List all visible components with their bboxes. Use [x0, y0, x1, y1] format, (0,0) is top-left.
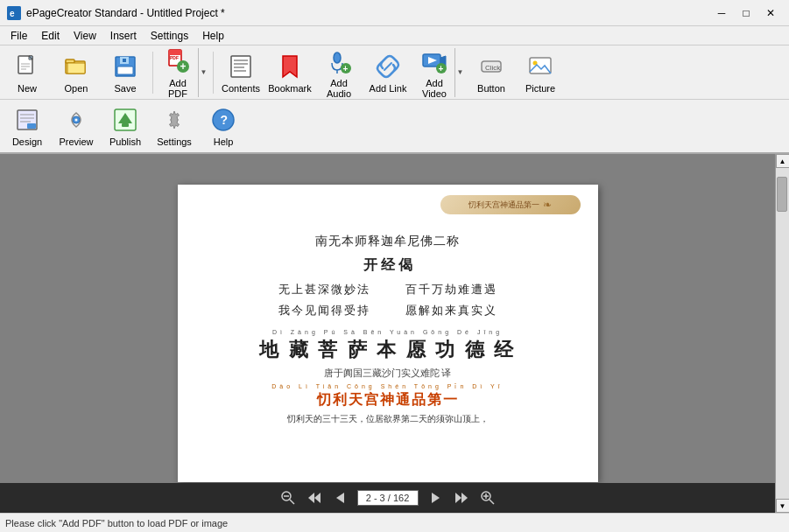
save-button[interactable]: Save [102, 47, 149, 98]
svg-rect-37 [530, 58, 551, 74]
svg-rect-44 [27, 123, 36, 129]
minimize-button[interactable]: ─ [710, 4, 733, 22]
open-label: Open [65, 83, 88, 94]
zoom-in-button[interactable] [478, 488, 497, 508]
svg-rect-13 [123, 59, 126, 62]
contents-icon [227, 52, 255, 80]
publish-label: Publish [109, 136, 141, 147]
preview-button[interactable]: Preview [53, 101, 100, 151]
svg-text:+: + [439, 64, 444, 74]
menu-help[interactable]: Help [195, 28, 231, 44]
menu-settings[interactable]: Settings [144, 28, 195, 44]
skip-back-button[interactable] [305, 488, 324, 508]
save-icon [111, 52, 139, 80]
publish-button[interactable]: Publish [102, 101, 149, 151]
settings-label: Settings [157, 136, 192, 147]
menu-insert[interactable]: Insert [103, 28, 144, 44]
bookmark-icon [276, 52, 304, 80]
titlebar: e ePageCreator Standard - Untitled Proje… [0, 0, 789, 26]
add-audio-label: Add Audio [318, 78, 360, 99]
statusbar: Please click "Add PDF" button to load PD… [0, 513, 789, 532]
status-text: Please click "Add PDF" button to load PD… [5, 518, 228, 528]
picture-button[interactable]: Picture [517, 47, 564, 98]
preview-label: Preview [59, 136, 93, 147]
app-icon: e [7, 6, 21, 20]
design-button[interactable]: Design [4, 101, 51, 151]
svg-text:?: ? [221, 113, 229, 127]
page-header-decoration: 忉利天宫神通品第一 ❧ [440, 195, 581, 214]
page-content: 南无本师释迦牟尼佛二称 开 经 偈 无上甚深微妙法 百千万劫难遭遇 我今见闻得受… [204, 202, 572, 425]
pinyin3: 忉利天的三十三天，位居欲界第二天的须弥山顶上， [204, 413, 572, 425]
add-pdf-icon: PDF+ [164, 47, 192, 75]
add-audio-icon: + [325, 47, 353, 75]
svg-text:e: e [10, 9, 15, 18]
scroll-down-arrow[interactable]: ▼ [776, 499, 790, 513]
svg-line-63 [490, 500, 494, 504]
app-title: ePageCreator Standard - Untitled Project… [26, 7, 225, 19]
bookmark-button[interactable]: Bookmark [266, 47, 313, 98]
video-controls-bar: 2 - 3 / 162 [0, 483, 775, 513]
separator1 [152, 52, 153, 94]
add-pdf-arrow[interactable]: ▼ [198, 48, 208, 97]
skip-forward-button[interactable] [452, 488, 471, 508]
svg-marker-58 [336, 493, 344, 503]
bookmark-label: Bookmark [268, 83, 312, 94]
menu-file[interactable]: File [4, 28, 34, 44]
document-container: 忉利天宫神通品第一 ❧ 南无本师释迦牟尼佛二称 开 经 偈 无上甚深微妙法 百千… [0, 154, 775, 513]
menu-edit[interactable]: Edit [34, 28, 67, 44]
add-link-button[interactable]: Add Link [364, 47, 412, 98]
save-label: Save [114, 83, 136, 94]
add-video-arrow[interactable]: ▼ [454, 48, 465, 97]
zoom-out-button[interactable] [278, 488, 298, 508]
help-label: Help [214, 136, 234, 147]
header-text: 忉利天宫神通品第一 [468, 200, 539, 211]
button-tool-button[interactable]: Click Button [468, 47, 515, 98]
add-video-label: Add Video [416, 78, 453, 99]
maximize-button[interactable]: □ [735, 4, 757, 22]
vertical-scrollbar[interactable]: ▲ ▼ [775, 154, 789, 513]
open-icon [62, 52, 90, 80]
svg-rect-49 [122, 123, 129, 127]
settings-icon [160, 106, 188, 134]
separator2 [213, 52, 214, 94]
svg-line-54 [290, 500, 294, 504]
new-icon [13, 52, 41, 80]
open-button[interactable]: Open [53, 47, 100, 98]
preview-icon [62, 106, 90, 134]
toolbar2: Design Preview Publish Settings ? Help [0, 100, 789, 154]
svg-point-46 [75, 119, 78, 122]
prev-button[interactable] [331, 488, 350, 508]
line6: 唐于阗国三藏沙门实义难陀 译 [204, 367, 572, 380]
svg-rect-12 [117, 66, 133, 74]
line1: 南无本师释迦牟尼佛二称 [204, 234, 572, 249]
add-link-label: Add Link [370, 83, 407, 94]
button-tool-icon: Click [477, 52, 505, 80]
line4a: 我今见闻得受持 [278, 303, 370, 318]
add-video-button[interactable]: + Add Video ▼ [413, 47, 466, 98]
add-pdf-button[interactable]: PDF+ Add PDF ▼ [157, 47, 209, 98]
publish-icon [111, 106, 139, 134]
svg-rect-8 [66, 60, 74, 63]
svg-marker-56 [308, 493, 314, 503]
add-pdf-main: PDF+ Add PDF [158, 48, 198, 97]
line3b: 百千万劫难遭遇 [405, 282, 497, 298]
contents-button[interactable]: Contents [217, 47, 264, 98]
main-area: 忉利天宫神通品第一 ❧ 南无本师释迦牟尼佛二称 开 经 偈 无上甚深微妙法 百千… [0, 154, 789, 513]
help-icon: ? [209, 106, 237, 134]
scroll-track[interactable] [776, 168, 790, 499]
svg-marker-61 [461, 493, 468, 503]
add-audio-button[interactable]: + Add Audio [315, 47, 363, 98]
scroll-thumb[interactable] [777, 177, 787, 212]
help-button[interactable]: ? Help [200, 101, 247, 151]
close-button[interactable]: ✕ [759, 4, 782, 22]
menu-view[interactable]: View [67, 28, 103, 44]
picture-icon [526, 52, 554, 80]
next-button[interactable] [426, 488, 445, 508]
contents-label: Contents [222, 83, 260, 94]
scroll-up-arrow[interactable]: ▲ [776, 154, 790, 168]
line5: 地 藏 菩 萨 本 愿 功 德 经 [204, 337, 572, 363]
header-ornament: ❧ [543, 199, 552, 212]
new-label: New [18, 83, 37, 94]
new-button[interactable]: New [4, 47, 51, 98]
settings-button[interactable]: Settings [151, 101, 198, 151]
